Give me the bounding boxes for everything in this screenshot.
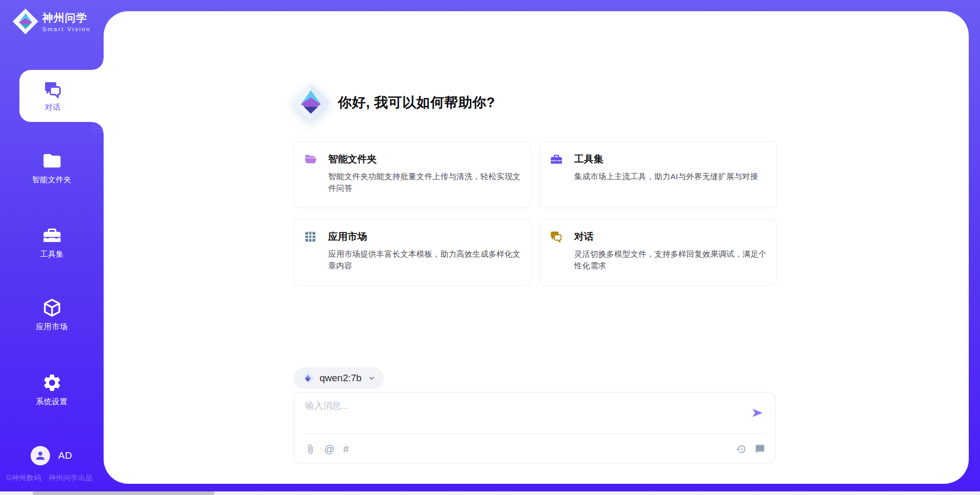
toolbox-icon <box>550 153 563 166</box>
cube-icon <box>42 298 62 318</box>
tab-fillet-top <box>92 59 104 70</box>
copyright: ©神州数码 · 神州问学出品 <box>6 474 93 483</box>
sidebar-item-chat[interactable]: 对话 <box>19 70 104 122</box>
sidebar-item-label: 智能文件夹 <box>32 175 72 185</box>
send-icon <box>751 406 764 419</box>
card-toolset[interactable]: 工具集 集成市场上主流工具，助力AI与外界无缝扩展与对接 <box>540 141 777 208</box>
brand-diamond-icon <box>291 83 331 122</box>
message-input[interactable] <box>305 400 729 429</box>
greeting-title: 你好, 我可以如何帮助你? <box>338 93 495 112</box>
person-icon <box>34 450 46 462</box>
composer: @ # <box>293 392 776 463</box>
chat-bubbles-icon <box>550 230 563 243</box>
sidebar-item-label: 应用市场 <box>36 322 68 332</box>
mention-icon[interactable]: @ <box>324 444 334 454</box>
greeting: 你好, 我可以如何帮助你? <box>291 83 495 122</box>
user-account[interactable]: AD <box>31 446 72 465</box>
gear-icon <box>42 373 62 393</box>
model-logo-icon <box>302 372 314 384</box>
card-description: 集成市场上主流工具，助力AI与外界无缝扩展与对接 <box>574 170 767 182</box>
card-chat[interactable]: 对话 灵活切换多模型文件，支持多样回复效果调试，满足个性化需求 <box>540 219 777 286</box>
folder-icon <box>42 151 62 171</box>
brand-subtitle: Smart Vision <box>42 26 91 32</box>
card-title: 智能文件夹 <box>328 153 377 166</box>
model-name: qwen2:7b <box>320 373 361 384</box>
sidebar-item-smart-folder[interactable]: 智能文件夹 <box>0 151 104 185</box>
card-app-market[interactable]: 应用市场 应用市场提供丰富长文本模板，助力高效生成多样化文章内容 <box>293 219 531 286</box>
brand-diamond-icon <box>12 8 39 35</box>
main-panel: 你好, 我可以如何帮助你? 智能文件夹 智能文件夹功能支持批量文件上传与清洗，轻… <box>104 11 969 484</box>
attach-icon[interactable] <box>305 444 315 454</box>
sidebar-item-label: 工具集 <box>40 250 64 259</box>
tab-fillet-bottom <box>92 122 104 133</box>
feature-cards: 智能文件夹 智能文件夹功能支持批量文件上传与清洗，轻松实现文件问答 工具集 集成… <box>293 141 778 286</box>
sidebar-item-app-market[interactable]: 应用市场 <box>0 298 104 332</box>
brand: 神州问学 Smart Vision <box>12 8 91 35</box>
model-selector[interactable]: qwen2:7b <box>293 367 384 389</box>
feedback-chat-icon[interactable] <box>755 444 765 454</box>
scrollbar-thumb[interactable] <box>33 491 214 495</box>
chevron-down-icon <box>367 374 376 383</box>
avatar <box>31 446 50 465</box>
composer-divider <box>303 433 766 434</box>
horizontal-scrollbar[interactable] <box>0 491 980 495</box>
folder-open-icon <box>304 153 317 166</box>
toolbox-icon <box>42 225 62 245</box>
card-description: 智能文件夹功能支持批量文件上传与清洗，轻松实现文件问答 <box>328 170 521 194</box>
sidebar-item-settings[interactable]: 系统设置 <box>0 373 104 407</box>
sidebar-item-toolset[interactable]: 工具集 <box>0 225 104 259</box>
card-title: 应用市场 <box>328 230 367 243</box>
chat-bubbles-icon <box>43 80 63 100</box>
sidebar-item-label: 对话 <box>45 103 61 112</box>
card-title: 对话 <box>574 230 594 243</box>
brand-name: 神州问学 <box>42 11 91 25</box>
sidebar-item-label: 系统设置 <box>36 397 68 407</box>
send-button[interactable] <box>750 406 765 421</box>
card-title: 工具集 <box>574 153 603 166</box>
sidebar: 神州问学 Smart Vision 对话 智能文件夹 工具集 应用市场 <box>0 0 104 495</box>
grid-icon <box>304 230 317 243</box>
card-description: 灵活切换多模型文件，支持多样回复效果调试，满足个性化需求 <box>574 248 767 272</box>
composer-toolbar: @ # <box>305 439 765 459</box>
card-smart-folder[interactable]: 智能文件夹 智能文件夹功能支持批量文件上传与清洗，轻松实现文件问答 <box>293 141 531 208</box>
user-initials: AD <box>58 450 72 461</box>
history-icon[interactable] <box>736 444 746 454</box>
card-description: 应用市场提供丰富长文本模板，助力高效生成多样化文章内容 <box>328 248 521 272</box>
hashtag-icon[interactable]: # <box>343 444 349 454</box>
